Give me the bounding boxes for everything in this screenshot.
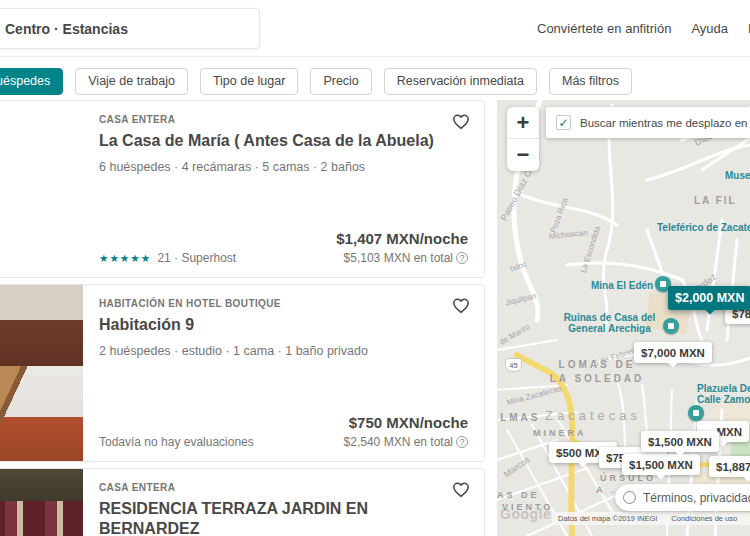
- listing-card[interactable]: CASA ENTERA La Casa de María ( Antes Cas…: [0, 100, 485, 278]
- listing-type: HABITACIÓN EN HOTEL BOUTIQUE: [99, 298, 468, 309]
- listing-details: 2 huéspedes · estudio · 1 cama · 1 baño …: [99, 344, 468, 358]
- map-price-pin[interactable]: $1,500 MXN: [641, 431, 719, 452]
- checkbox-checked-icon[interactable]: ✓: [556, 115, 571, 130]
- listing-bottom-row: ★★★★★ 21 · Superhost $1,407 MXN/noche $5…: [99, 230, 468, 265]
- map-price-pin[interactable]: $1,887 MXN: [709, 456, 750, 477]
- info-icon[interactable]: ?: [456, 252, 468, 264]
- listing-card[interactable]: HABITACIÓN EN HOTEL BOUTIQUE Habitación …: [0, 284, 485, 462]
- top-navbar: Centro · Estancias Conviértete en anfitr…: [0, 0, 750, 57]
- price-block: $750 MXN/noche $2,540 MXN en total?: [344, 414, 468, 449]
- map-price-pin[interactable]: $2,000 MXN: [668, 286, 750, 310]
- listings-column: CASA ENTERA La Casa de María ( Antes Cas…: [0, 100, 492, 536]
- map-panel[interactable]: + − ✓ Buscar mientras me desplazo en el …: [497, 100, 750, 536]
- filter-guests[interactable]: Huéspedes: [0, 68, 63, 95]
- search-input[interactable]: Centro · Estancias: [0, 8, 260, 49]
- header-links: Conviértete en anfitrión Ayuda Regístrat…: [537, 0, 750, 56]
- map-zoom-control: + −: [507, 107, 539, 171]
- listing-info: CASA ENTERA RESIDENCIA TERRAZA JARDIN EN…: [83, 469, 484, 536]
- listing-title[interactable]: La Casa de María ( Antes Casa de la Abue…: [99, 131, 468, 151]
- listing-photo[interactable]: [0, 101, 83, 277]
- heart-icon[interactable]: [452, 113, 470, 131]
- listing-price: $750 MXN/noche: [344, 414, 468, 431]
- filter-work-trip[interactable]: Viaje de trabajo: [75, 68, 188, 95]
- filter-more[interactable]: Más filtros: [549, 68, 632, 95]
- google-logo: Google: [500, 506, 551, 522]
- zoom-in-button[interactable]: +: [507, 107, 539, 139]
- help-link[interactable]: Ayuda: [691, 21, 728, 36]
- filter-price[interactable]: Precio: [310, 68, 371, 95]
- become-host-link[interactable]: Conviértete en anfitrión: [537, 21, 671, 36]
- listing-bottom-row: Todavía no hay evaluaciones $750 MXN/noc…: [99, 414, 468, 449]
- poi-pin-icon[interactable]: [663, 318, 679, 334]
- listing-type: CASA ENTERA: [99, 482, 468, 493]
- filter-place-type[interactable]: Tipo de lugar: [200, 68, 299, 95]
- listing-photo[interactable]: [0, 469, 83, 536]
- search-as-move-bar: ✓ Buscar mientras me desplazo en el mapa: [546, 107, 750, 138]
- price-block: $1,407 MXN/noche $5,103 MXN en total?: [336, 230, 468, 265]
- info-icon[interactable]: ?: [456, 436, 468, 448]
- listing-total: $2,540 MXN en total?: [344, 435, 468, 449]
- search-as-move-label: Buscar mientras me desplazo en el mapa: [580, 117, 750, 129]
- map-price-pin[interactable]: $1,500 MXN: [622, 454, 700, 475]
- map-data-credit: Datos del mapa ©2019 INEGI: [558, 514, 657, 523]
- listing-total: $5,103 MXN en total?: [336, 251, 468, 265]
- search-value: Centro · Estancias: [0, 21, 128, 37]
- rating-text: Todavía no hay evaluaciones: [99, 435, 254, 449]
- listing-info: CASA ENTERA La Casa de María ( Antes Cas…: [83, 101, 484, 277]
- terms-privacy-button[interactable]: Términos, privacidad: [615, 484, 750, 511]
- highway-shield-icon: 45: [505, 358, 522, 372]
- listing-title[interactable]: RESIDENCIA TERRAZA JARDIN EN BERNARDEZ (…: [99, 499, 468, 536]
- rating-text: 21 · Superhost: [157, 251, 236, 265]
- poi-pin-icon[interactable]: [688, 405, 704, 421]
- listing-rating: Todavía no hay evaluaciones: [99, 435, 254, 449]
- map-price-pin[interactable]: $7,000 MXN: [634, 342, 712, 363]
- filter-instant-book[interactable]: Reservación inmediata: [384, 68, 537, 95]
- heart-icon[interactable]: [452, 297, 470, 315]
- listing-title[interactable]: Habitación 9: [99, 315, 468, 335]
- listing-details: 6 huéspedes · 4 recámaras · 5 camas · 2 …: [99, 160, 468, 174]
- listing-photo[interactable]: [0, 285, 83, 461]
- listing-card[interactable]: CASA ENTERA RESIDENCIA TERRAZA JARDIN EN…: [0, 468, 485, 536]
- map-attribution: Datos del mapa ©2019 INEGI Condiciones d…: [552, 512, 750, 525]
- listing-type: CASA ENTERA: [99, 114, 468, 125]
- listing-rating: ★★★★★ 21 · Superhost: [99, 251, 236, 265]
- terms-of-use-link[interactable]: Condiciones de uso: [671, 514, 737, 523]
- listing-price: $1,407 MXN/noche: [336, 230, 468, 247]
- zoom-out-button[interactable]: −: [507, 139, 539, 171]
- star-icons: ★★★★★: [99, 252, 151, 264]
- listing-info: HABITACIÓN EN HOTEL BOUTIQUE Habitación …: [83, 285, 484, 461]
- google-badge-icon: [623, 491, 636, 504]
- filter-bar: Huéspedes Viaje de trabajo Tipo de lugar…: [0, 62, 750, 100]
- heart-icon[interactable]: [452, 481, 470, 499]
